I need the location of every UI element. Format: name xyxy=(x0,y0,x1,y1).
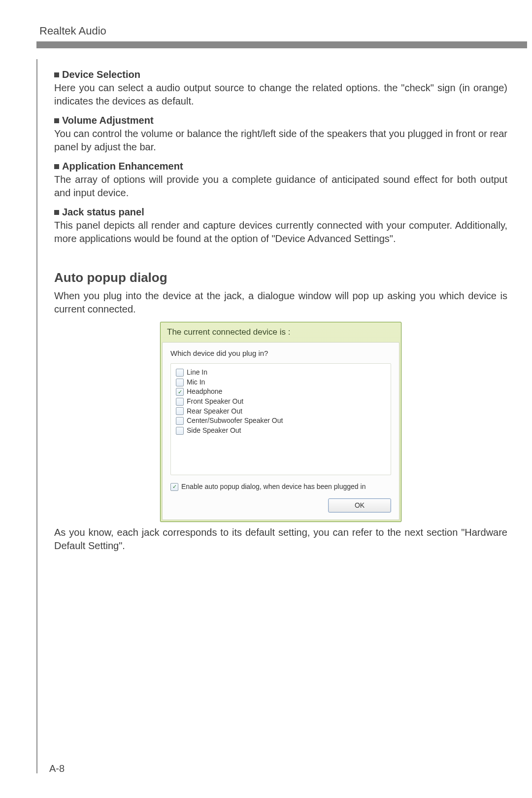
section-title: Volume Adjustment xyxy=(62,115,154,126)
section-heading-jack-status-panel: Jack status panel xyxy=(54,206,507,219)
dialog-screenshot: The current connected device is : Which … xyxy=(160,322,401,522)
section-body: Here you can select a audio output sourc… xyxy=(54,81,507,108)
section-title: Application Enhancement xyxy=(62,161,183,172)
auto-popup-intro: When you plug into the device at the jac… xyxy=(54,289,507,316)
dialog-button-row: OK xyxy=(170,498,391,513)
enable-auto-popup-label: Enable auto popup dialog, when device ha… xyxy=(181,482,366,491)
device-option-side-speaker-out[interactable]: Side Speaker Out xyxy=(176,426,386,436)
device-option-rear-speaker-out[interactable]: Rear Speaker Out xyxy=(176,407,386,416)
square-bullet-icon xyxy=(54,210,59,215)
device-label: Front Speaker Out xyxy=(187,397,243,407)
checkbox-icon[interactable] xyxy=(176,427,184,435)
checkbox-icon[interactable] xyxy=(176,417,184,425)
device-label: Center/Subwoofer Speaker Out xyxy=(187,416,283,426)
device-label: Rear Speaker Out xyxy=(187,407,242,416)
checkbox-icon[interactable] xyxy=(176,407,184,415)
device-option-center-subwoofer-speaker-out[interactable]: Center/Subwoofer Speaker Out xyxy=(176,416,386,426)
auto-popup-post: As you know, each jack corresponds to it… xyxy=(54,526,507,553)
section-heading-application-enhancement: Application Enhancement xyxy=(54,160,507,173)
section-heading-volume-adjustment: Volume Adjustment xyxy=(54,114,507,127)
connected-device-dialog: The current connected device is : Which … xyxy=(160,322,401,522)
header-divider xyxy=(36,41,527,48)
checkbox-icon[interactable] xyxy=(170,483,178,491)
section-body: You can control the volume or balance th… xyxy=(54,127,507,154)
dialog-body: Which device did you plug in? Line In Mi… xyxy=(162,342,399,520)
device-option-front-speaker-out[interactable]: Front Speaker Out xyxy=(176,397,386,407)
square-bullet-icon xyxy=(54,118,59,123)
device-list: Line In Mic In Headphone Front Spea xyxy=(170,363,391,475)
checkbox-icon[interactable] xyxy=(176,398,184,406)
device-label: Mic In xyxy=(187,378,205,387)
device-label: Side Speaker Out xyxy=(187,426,241,436)
page-number: A-8 xyxy=(49,763,65,774)
square-bullet-icon xyxy=(54,72,59,77)
device-label: Headphone xyxy=(187,387,222,397)
content-area: Device Selection Here you can select a a… xyxy=(54,68,507,553)
ok-button[interactable]: OK xyxy=(328,498,391,513)
section-body: This panel depicts all render and captur… xyxy=(54,219,507,245)
section-title: Device Selection xyxy=(62,69,140,80)
checkbox-icon[interactable] xyxy=(176,379,184,386)
checkbox-icon[interactable] xyxy=(176,369,184,377)
dialog-title: The current connected device is : xyxy=(162,324,399,342)
enable-auto-popup-row[interactable]: Enable auto popup dialog, when device ha… xyxy=(170,482,391,491)
checkbox-icon[interactable] xyxy=(176,388,184,396)
device-option-headphone[interactable]: Headphone xyxy=(176,387,386,397)
left-margin-rule xyxy=(36,59,37,773)
section-title: Jack status panel xyxy=(62,207,144,217)
subheading-auto-popup: Auto popup dialog xyxy=(54,269,507,286)
device-option-mic-in[interactable]: Mic In xyxy=(176,378,386,387)
dialog-prompt: Which device did you plug in? xyxy=(170,348,391,358)
section-heading-device-selection: Device Selection xyxy=(54,68,507,81)
device-label: Line In xyxy=(187,368,207,378)
document-page: Realtek Audio Device Selection Here you … xyxy=(0,0,532,798)
page-title: Realtek Audio xyxy=(5,25,527,41)
device-option-line-in[interactable]: Line In xyxy=(176,368,386,378)
section-body: The array of options will provide you a … xyxy=(54,173,507,200)
square-bullet-icon xyxy=(54,164,59,169)
